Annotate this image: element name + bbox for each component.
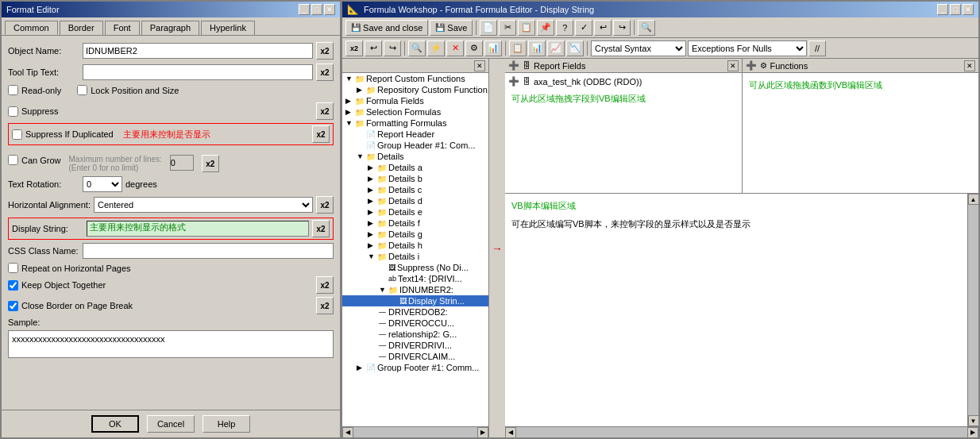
ok-button[interactable]: OK (91, 415, 139, 433)
can-grow-x2-btn[interactable]: x2 (202, 155, 219, 172)
close-border-checkbox[interactable] (8, 301, 18, 311)
object-name-input[interactable] (83, 43, 313, 59)
functions-close[interactable]: ✕ (964, 60, 975, 71)
rotation-select[interactable]: 0 90 270 (83, 176, 122, 192)
tree-item-driverdrivi[interactable]: — DRIVERDRIVI... (342, 340, 488, 351)
undo-button[interactable]: ↩ (594, 20, 612, 36)
copy-button[interactable]: 📋 (518, 20, 535, 36)
editor-h-scroll-right[interactable]: ▶ (967, 427, 978, 438)
suppress-if-dup-checkbox[interactable] (12, 129, 22, 140)
fw-toolbar2-btn8[interactable]: 📊 (484, 40, 502, 56)
scroll-down[interactable]: ▼ (968, 415, 979, 426)
tree-item-details[interactable]: ▼ 📁 Details (342, 151, 488, 162)
fw-toolbar2-btn11[interactable]: 📈 (547, 40, 565, 56)
tree-item-driveroccu[interactable]: — DRIVEROCCU... (342, 318, 488, 329)
keep-object-checkbox[interactable] (8, 280, 18, 291)
tree-item-details-c[interactable]: ▶ 📁 Details c (342, 184, 488, 195)
suppress-dup-x2-btn[interactable]: x2 (312, 125, 330, 143)
alignment-select[interactable]: Centered Left Right (94, 197, 313, 213)
paste-button[interactable]: 📌 (537, 20, 554, 36)
editor-h-scroll-track[interactable] (516, 427, 967, 438)
read-only-checkbox[interactable] (8, 85, 18, 95)
css-class-input[interactable] (83, 243, 334, 259)
scroll-up[interactable]: ▲ (968, 194, 979, 205)
tree-item-driverclaim[interactable]: — DRIVERCLAIM... (342, 351, 488, 362)
alignment-x2-btn[interactable]: x2 (316, 196, 334, 214)
tree-item-group-header[interactable]: 📄 Group Header #1: Com... (342, 140, 488, 151)
help-button[interactable]: Help (203, 415, 250, 433)
tree-item-formatting[interactable]: ▼ 📁 Formatting Formulas (342, 117, 488, 129)
tree-panel-close[interactable]: ✕ (474, 60, 485, 71)
tree-item-details-h[interactable]: ▶ 📁 Details h (342, 240, 488, 251)
tree-item-repo-custom[interactable]: ▶ 📁 Repository Custom Function... (342, 84, 488, 95)
fw-toolbar2-btn7[interactable]: ⚙ (465, 40, 483, 56)
display-string-x2-btn[interactable]: x2 (312, 220, 330, 237)
keep-object-x2-btn[interactable]: x2 (316, 276, 334, 294)
fw-toolbar2-extra[interactable]: // (808, 40, 826, 56)
check-button[interactable]: ✓ (575, 20, 592, 36)
tree-item-display-string[interactable]: 🖼 Display Strin... (342, 295, 488, 306)
tree-item-report-header[interactable]: 📄 Report Header (342, 129, 488, 140)
fw-minimize-button[interactable]: _ (937, 4, 948, 15)
fw-toolbar2-btn10[interactable]: 📊 (528, 40, 546, 56)
fw-toolbar2-btn5[interactable]: ⚡ (427, 40, 445, 56)
cut-button[interactable]: ✂ (499, 20, 516, 36)
tree-item-details-a[interactable]: ▶ 📁 Details a (342, 162, 488, 173)
tree-item-details-b[interactable]: ▶ 📁 Details b (342, 173, 488, 184)
syntax-select[interactable]: Crystal Syntax (591, 40, 686, 56)
tab-paragraph[interactable]: Paragraph (141, 21, 199, 35)
h-scroll-track[interactable] (353, 427, 477, 438)
tree-item-text14[interactable]: ab Text14: {DRIVI... (342, 273, 488, 284)
tree-item-details-e[interactable]: ▶ 📁 Details e (342, 206, 488, 218)
tab-common[interactable]: Common (5, 21, 58, 35)
tree-item-selection[interactable]: ▶ 📁 Selection Formulas (342, 106, 488, 117)
nulls-select[interactable]: Exceptions For Nulls (688, 40, 807, 56)
fw-maximize-button[interactable]: □ (950, 4, 961, 15)
fw-toolbar2-btn9[interactable]: 📋 (509, 40, 527, 56)
fw-toolbar2-btn12[interactable]: 📉 (566, 40, 584, 56)
tab-border[interactable]: Border (60, 21, 103, 35)
tree-item-driverdob2[interactable]: — DRIVERDOB2: (342, 306, 488, 318)
tree-item-report-custom[interactable]: ▼ 📁 Report Custom Functions (342, 73, 488, 84)
minimize-button[interactable]: _ (299, 4, 310, 15)
fw-toolbar2-btn6[interactable]: ✕ (446, 40, 464, 56)
h-scroll-left[interactable]: ◀ (342, 427, 353, 438)
tab-font[interactable]: Font (105, 21, 140, 35)
help2-button[interactable]: ? (556, 20, 573, 36)
tree-item-suppress[interactable]: 🖼 Suppress (No Di... (342, 262, 488, 273)
close-button[interactable]: ✕ (324, 4, 335, 15)
tree-item-formula-fields[interactable]: ▶ 📁 Formula Fields (342, 95, 488, 106)
fw-close-button[interactable]: ✕ (963, 4, 974, 15)
suppress-x2-btn[interactable]: x2 (316, 102, 334, 120)
x2-fw-btn1[interactable]: x2 (345, 40, 363, 56)
tree-item-details-f[interactable]: ▶ 📁 Details f (342, 218, 488, 229)
tooltip-x2-btn[interactable]: x2 (316, 64, 334, 81)
fw-toolbar2-btn3[interactable]: ↪ (384, 40, 401, 56)
find-button[interactable]: 🔍 (638, 20, 655, 36)
lock-position-checkbox[interactable] (77, 85, 87, 95)
object-name-x2-btn[interactable]: x2 (316, 42, 334, 60)
tree-item-idnumber2[interactable]: ▼ 📁 IDNUMBER2: (342, 284, 488, 295)
close-border-x2-btn[interactable]: x2 (316, 297, 334, 314)
cancel-button[interactable]: Cancel (147, 415, 195, 433)
editor-h-scroll-left[interactable]: ◀ (505, 427, 516, 438)
tree-item-relationship2[interactable]: — relationship2: G... (342, 329, 488, 340)
can-grow-checkbox[interactable] (8, 155, 18, 165)
editor-content[interactable]: VB脚本编辑区域 可在此区域编写VB脚本，来控制字段的显示样式以及是否显示 (505, 194, 967, 426)
repeat-horizontal-checkbox[interactable] (8, 263, 18, 273)
save-close-button[interactable]: 💾 Save and close (345, 20, 428, 36)
suppress-checkbox[interactable] (8, 106, 18, 117)
tree-item-details-d[interactable]: ▶ 📁 Details d (342, 195, 488, 206)
save-button[interactable]: 💾 Save (430, 20, 473, 36)
h-scroll-right[interactable]: ▶ (477, 427, 488, 438)
report-fields-close[interactable]: ✕ (727, 60, 739, 71)
new-button[interactable]: 📄 (480, 20, 497, 36)
tooltip-input[interactable] (83, 64, 313, 80)
scroll-track[interactable] (968, 205, 979, 415)
tree-item-group-footer[interactable]: ▶ 📄 Group Footer #1: Comm... (342, 362, 488, 373)
fw-toolbar2-btn2[interactable]: ↩ (365, 40, 382, 56)
maximize-button[interactable]: □ (311, 4, 322, 15)
redo-button[interactable]: ↪ (613, 20, 631, 36)
max-lines-input[interactable] (170, 155, 194, 171)
tree-item-details-g[interactable]: ▶ 📁 Details g (342, 229, 488, 240)
